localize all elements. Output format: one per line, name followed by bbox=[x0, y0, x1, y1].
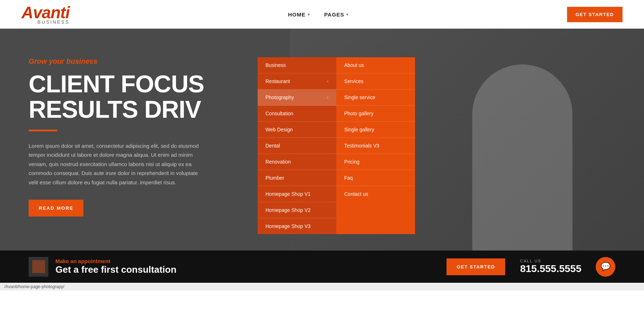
dropdown-sub-item-about-us[interactable]: About us bbox=[336, 57, 415, 73]
home-chevron-icon: ▾ bbox=[308, 13, 310, 16]
dropdown-item-homepage-shop-v3[interactable]: Homepage Shop V3 bbox=[258, 218, 336, 234]
dropdown-sub-item-single-gallery[interactable]: Single gallery bbox=[336, 122, 415, 138]
hero-body-text: Lorem ipsum dolor sit amet, consectetur … bbox=[29, 141, 200, 187]
submenu-chevron-icon: › bbox=[327, 79, 328, 83]
dropdown-item-photography[interactable]: Photography› bbox=[258, 89, 336, 106]
dropdown-item-restaurant[interactable]: Restaurant› bbox=[258, 73, 336, 89]
dropdown-sub-item-services[interactable]: Services bbox=[336, 73, 415, 89]
dropdown-secondary-column: About usServicesSingle servicePhoto gall… bbox=[336, 57, 415, 234]
dropdown-item-homepage-shop-v1[interactable]: Homepage Shop V1 bbox=[258, 186, 336, 202]
dropdown-item-plumber[interactable]: Plumber bbox=[258, 170, 336, 186]
chat-icon: 💬 bbox=[601, 262, 610, 271]
status-make-label: Make an appointment bbox=[55, 258, 176, 264]
chat-button[interactable]: 💬 bbox=[596, 257, 615, 277]
url-text: /Avanti/home-page-photograpy/ bbox=[4, 284, 64, 289]
status-left: Make an appointment Get a free first con… bbox=[29, 257, 176, 277]
status-get-started-button[interactable]: GET STARTED bbox=[447, 258, 505, 275]
hero-divider bbox=[29, 130, 57, 131]
dropdown-sub-item-testimonials-v3[interactable]: Testimonials V3 bbox=[336, 138, 415, 154]
status-call: CALL US 815.555.5555 bbox=[520, 259, 581, 275]
appointment-icon bbox=[32, 260, 45, 273]
dropdown-item-web-design[interactable]: Web Design bbox=[258, 122, 336, 138]
phone-number: 815.555.5555 bbox=[520, 263, 581, 275]
dropdown-item-renovation[interactable]: Renovation bbox=[258, 154, 336, 170]
header: Avanti BUSINESS HOME ▾ PAGES ▾ GET START… bbox=[0, 0, 644, 29]
call-label: CALL US bbox=[520, 259, 541, 263]
main-nav: HOME ▾ PAGES ▾ bbox=[288, 11, 348, 18]
url-bar: /Avanti/home-page-photograpy/ bbox=[0, 283, 644, 291]
status-text: Make an appointment Get a free first con… bbox=[55, 258, 176, 275]
submenu-chevron-icon: › bbox=[327, 95, 328, 100]
dropdown-item-dental[interactable]: Dental bbox=[258, 138, 336, 154]
dropdown-primary-column: BusinessRestaurant›Photography›Consultat… bbox=[258, 57, 336, 234]
dropdown-item-homepage-shop-v2[interactable]: Homepage Shop V2 bbox=[258, 202, 336, 218]
nav-pages[interactable]: PAGES ▾ bbox=[324, 11, 348, 18]
dropdown-sub-item-photo-gallery[interactable]: Photo gallery bbox=[336, 106, 415, 122]
dropdown-sub-item-pricing[interactable]: Pricing bbox=[336, 154, 415, 170]
header-get-started-button[interactable]: GET STARTED bbox=[567, 7, 623, 22]
hero-section: Grow your business CLIENT FOCUS RESULTS … bbox=[0, 29, 644, 251]
status-icon-box bbox=[29, 257, 48, 277]
dropdown-sub-item-single-service[interactable]: Single service bbox=[336, 89, 415, 106]
dropdown-sub-item-contact-us[interactable]: Contact us bbox=[336, 186, 415, 202]
dropdown-item-consultation[interactable]: Consultation bbox=[258, 106, 336, 122]
dropdown-menu: BusinessRestaurant›Photography›Consultat… bbox=[258, 57, 415, 234]
dropdown-sub-item-faq[interactable]: Faq bbox=[336, 170, 415, 186]
status-bar: Make an appointment Get a free first con… bbox=[0, 251, 644, 283]
hero-read-more-button[interactable]: READ MORE bbox=[29, 200, 83, 217]
logo: Avanti BUSINESS bbox=[21, 4, 70, 25]
dropdown-item-business[interactable]: Business bbox=[258, 57, 336, 73]
nav-home[interactable]: HOME ▾ bbox=[288, 11, 310, 18]
pages-chevron-icon: ▾ bbox=[346, 13, 348, 16]
status-consult-label: Get a free first consultation bbox=[55, 264, 176, 275]
logo-main: Avanti bbox=[21, 3, 70, 22]
